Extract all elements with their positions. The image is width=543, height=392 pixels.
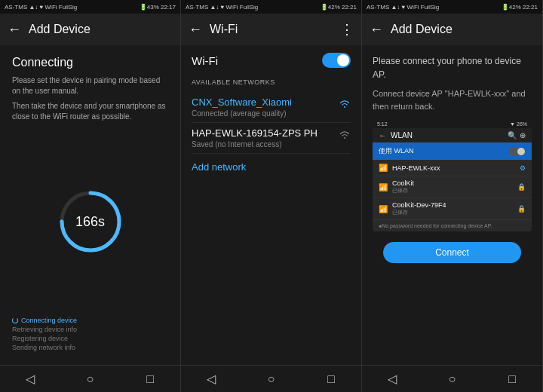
inner-gear-icon: ⚙ [520, 164, 526, 172]
page-title-p2: Wi-Fi [210, 23, 333, 36]
available-networks-label: AVAILABLE NETWORKS [192, 78, 351, 86]
add-device-desc1: Please connect your phone to device AP. [373, 54, 532, 81]
inner-add-icon: ⊕ [520, 131, 526, 139]
wifi-header-row: Wi-Fi [192, 53, 351, 68]
step-3: Registering device [12, 335, 168, 342]
bottom-nav-p1: ◁ ○ □ [0, 365, 180, 392]
network-name-1: CNX_Software_Xiaomi [192, 96, 292, 108]
status-right-p3: 🔋42% 22:21 [502, 4, 538, 11]
inner-coolkit-saved: 已保存 [392, 187, 513, 194]
step-1: Connecting device [12, 317, 168, 324]
nav-home-p3[interactable]: ○ [440, 372, 463, 386]
inner-status-bar: 5:12 ▼ 26% [373, 120, 532, 128]
inner-use-wlan-row: 使用 WLAN [373, 142, 532, 160]
panel-add-device: AS-TMS ▲↓ ♥ WiFi FullSig 🔋42% 22:21 ← Ad… [362, 0, 543, 392]
inner-coolkit-name: CoolKit [392, 179, 513, 187]
network-item-1[interactable]: CNX_Software_Xiaomi Connected (average q… [192, 92, 351, 123]
connecting-desc1: Please set the device in pairing mode ba… [12, 75, 168, 96]
status-bar-p2: AS-TMS ▲↓ ♥ WiFi FullSig 🔋42% 22:21 [181, 0, 361, 14]
nav-home-p2[interactable]: ○ [259, 372, 282, 386]
step-4: Sending network info [12, 344, 168, 351]
step-label-1: Connecting device [21, 317, 77, 324]
inner-wifi-icon-ck: 📶 [379, 183, 388, 191]
inner-battery: ▼ 26% [510, 121, 527, 127]
wifi-content: Wi-Fi AVAILABLE NETWORKS CNX_Software_Xi… [181, 45, 361, 365]
inner-search-icon: 🔍 [508, 131, 517, 139]
top-bar-p2: ← Wi-Fi ⋮ [181, 14, 361, 45]
inner-hap-ewlk-name: HAP-EWLK-xxx [392, 164, 515, 172]
step-label-4: Sending network info [12, 344, 75, 351]
steps-list: Connecting device Retrieving device info… [12, 317, 168, 354]
nav-home-p1[interactable]: ○ [78, 372, 101, 386]
back-button-p3[interactable]: ← [370, 22, 383, 38]
inner-top-bar: ← WLAN 🔍 ⊕ [373, 128, 532, 142]
inner-lock-icon-2: 🔒 [517, 205, 526, 213]
network-status-1: Connected (average quality) [192, 109, 292, 118]
status-right-p1: 🔋43% 22:17 [140, 4, 176, 11]
timer-circle: 166s [57, 188, 124, 256]
network-name-2: HAP-EWLK-169154-ZPS PH [192, 127, 318, 139]
inner-coolkit-dev-info: CoolKit-Dev-79F4 已保存 [392, 201, 513, 216]
inner-lock-icon-1: 🔒 [517, 183, 526, 191]
wifi-signal-icon-2 [339, 129, 351, 142]
status-bar-p1: AS-TMS ▲↓ ♥ WiFi FullSig 🔋43% 22:17 [0, 0, 180, 14]
network-status-2: Saved (no Internet access) [192, 140, 318, 149]
network-info-1: CNX_Software_Xiaomi Connected (average q… [192, 96, 292, 118]
step-2: Retrieving device info [12, 326, 168, 333]
back-button-p1[interactable]: ← [8, 22, 21, 38]
inner-back-icon: ← [379, 131, 386, 139]
connecting-content: Connecting Please set the device in pair… [0, 45, 180, 365]
inner-coolkit-dev-saved: 已保存 [392, 209, 513, 216]
inner-time: 5:12 [377, 121, 388, 127]
carrier-text-p3: AS-TMS ▲↓ ♥ WiFi FullSig [367, 4, 439, 11]
nav-recents-p1[interactable]: □ [139, 372, 161, 386]
timer-value: 166s [75, 214, 105, 230]
add-network-link[interactable]: Add network [192, 154, 351, 180]
carrier-text-p2: AS-TMS ▲↓ ♥ WiFi FullSig [186, 4, 258, 11]
inner-hap-ewlk-row: 📶 HAP-EWLK-xxx ⚙ [373, 160, 532, 176]
bottom-nav-p3: ◁ ○ □ [362, 365, 542, 392]
connecting-heading: Connecting [12, 56, 168, 69]
network-item-2[interactable]: HAP-EWLK-169154-ZPS PH Saved (no Interne… [192, 123, 351, 154]
connect-button[interactable]: Connect [383, 242, 521, 263]
bottom-nav-p2: ◁ ○ □ [181, 365, 361, 392]
inner-coolkit-row: 📶 CoolKit 已保存 🔒 [373, 176, 532, 198]
status-left-p1: AS-TMS ▲↓ ♥ WiFi FullSig [5, 4, 77, 11]
nav-back-p3[interactable]: ◁ [381, 372, 403, 386]
inner-wifi-icon-hap: 📶 [379, 164, 388, 172]
back-button-p2[interactable]: ← [189, 22, 202, 38]
add-device-desc2: Connect device AP "HAP-EWLK-xxx" and the… [373, 87, 532, 112]
inner-wlan-title: WLAN [391, 131, 503, 139]
status-right-p2: 🔋42% 22:21 [321, 4, 357, 11]
top-bar-p3: ← Add Device [362, 14, 542, 45]
menu-icon-p2[interactable]: ⋮ [340, 21, 354, 38]
step-spinner-1 [12, 317, 18, 323]
status-bar-p3: AS-TMS ▲↓ ♥ WiFi FullSig 🔋42% 22:21 [362, 0, 542, 14]
battery-time-p2: 🔋42% 22:21 [321, 4, 357, 11]
timer-container: 166s [12, 134, 168, 309]
status-left-p3: AS-TMS ▲↓ ♥ WiFi FullSig [367, 4, 439, 11]
step-label-3: Registering device [12, 335, 68, 342]
nav-back-p2[interactable]: ◁ [200, 372, 222, 386]
carrier-text-p1: AS-TMS ▲↓ ♥ WiFi FullSig [5, 4, 77, 11]
panel-wifi: AS-TMS ▲↓ ♥ WiFi FullSig 🔋42% 22:21 ← Wi… [181, 0, 362, 392]
add-device-content: Please connect your phone to device AP. … [362, 45, 542, 365]
inner-topbar-icons: 🔍 ⊕ [508, 131, 526, 139]
page-title-p1: Add Device [29, 23, 173, 36]
inner-wifi-icon-ckd: 📶 [379, 205, 388, 213]
nav-recents-p2[interactable]: □ [320, 372, 342, 386]
network-info-2: HAP-EWLK-169154-ZPS PH Saved (no Interne… [192, 127, 318, 149]
battery-time-p1: 🔋43% 22:17 [140, 4, 176, 11]
wifi-toggle[interactable] [322, 53, 351, 68]
panel-connecting: AS-TMS ▲↓ ♥ WiFi FullSig 🔋43% 22:17 ← Ad… [0, 0, 181, 392]
inner-use-wlan-label: 使用 WLAN [379, 146, 414, 156]
battery-time-p3: 🔋42% 22:21 [502, 4, 538, 11]
nav-back-p1[interactable]: ◁ [19, 372, 41, 386]
inner-coolkit-dev-row: 📶 CoolKit-Dev-79F4 已保存 🔒 [373, 198, 532, 220]
spacer [373, 268, 532, 356]
inner-coolkit-dev-name: CoolKit-Dev-79F4 [392, 201, 513, 209]
step-label-2: Retrieving device info [12, 326, 77, 333]
nav-recents-p3[interactable]: □ [501, 372, 523, 386]
status-left-p2: AS-TMS ▲↓ ♥ WiFi FullSig [186, 4, 258, 11]
top-bar-p1: ← Add Device [0, 14, 180, 45]
